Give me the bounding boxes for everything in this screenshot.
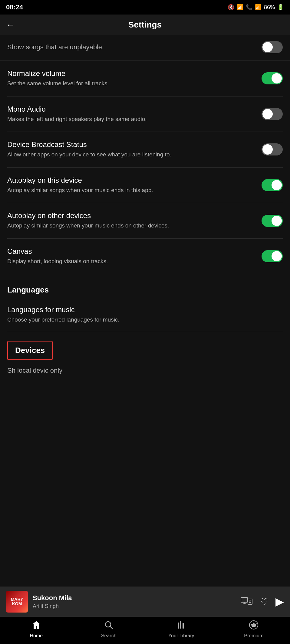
svg-rect-9 (183, 623, 184, 629)
device-broadcast-toggle[interactable] (262, 143, 283, 155)
signal-icon: 📶 (255, 4, 262, 11)
device-broadcast-title: Device Broadcast Status (7, 140, 254, 149)
nav-search-label: Search (101, 633, 117, 639)
nav-search[interactable]: Search (73, 620, 145, 639)
back-button[interactable]: ← (6, 20, 15, 30)
autoplay-other-text: Autoplay on other devices Autoplay simil… (7, 211, 262, 230)
normalize-volume-title: Normalize volume (7, 69, 254, 78)
bottom-nav: Home Search Your Library P (0, 617, 290, 644)
canvas-desc: Display short, looping visuals on tracks… (7, 257, 254, 266)
unplayable-row: Show songs that are unplayable. (0, 35, 290, 61)
nav-premium[interactable]: Premium (218, 620, 290, 639)
settings-list: Normalize volume Set the same volume lev… (0, 61, 290, 364)
device-select-icon[interactable] (241, 597, 253, 606)
settings-header: ← Settings (0, 15, 290, 35)
status-bar: 08:24 🔇 📶 📞 📶 86% 🔋 (0, 0, 290, 15)
battery-icon: 🔋 (277, 4, 284, 11)
library-icon (176, 620, 186, 632)
mono-audio-text: Mono Audio Makes the left and right spea… (7, 105, 262, 123)
svg-rect-0 (241, 597, 248, 602)
autoplay-other-title: Autoplay on other devices (7, 211, 254, 220)
autoplay-other-desc: Autoplay similar songs when your music e… (7, 222, 254, 230)
search-icon (104, 620, 114, 632)
canvas-toggle[interactable] (262, 250, 283, 262)
premium-icon (249, 620, 259, 632)
autoplay-this-toggle[interactable] (262, 179, 283, 191)
unplayable-text: Show songs that are unplayable. (7, 43, 104, 51)
svg-rect-8 (180, 621, 181, 629)
normalize-volume-desc: Set the same volume level for all tracks (7, 80, 254, 88)
track-artist: Arijit Singh (33, 603, 236, 610)
autoplay-other-toggle[interactable] (262, 215, 283, 227)
device-broadcast-row: Device Broadcast Status Allow other apps… (7, 132, 283, 168)
devices-title: Devices (15, 346, 45, 355)
device-broadcast-text: Device Broadcast Status Allow other apps… (7, 140, 262, 159)
autoplay-this-row: Autoplay on this device Autoplay similar… (7, 168, 283, 203)
album-art: MARY KOM (6, 591, 28, 613)
canvas-row: Canvas Display short, looping visuals on… (7, 239, 283, 274)
unplayable-toggle[interactable] (262, 41, 283, 53)
mono-audio-row: Mono Audio Makes the left and right spea… (7, 96, 283, 132)
track-info: Sukoon Mila Arijit Singh (33, 594, 236, 610)
canvas-title: Canvas (7, 247, 254, 256)
partial-local-devices-text: Sh local devic only (0, 364, 290, 374)
normalize-volume-row: Normalize volume Set the same volume lev… (7, 61, 283, 96)
now-playing-bar[interactable]: MARY KOM Sukoon Mila Arijit Singh ♡ ▶ (0, 587, 290, 617)
mono-audio-title: Mono Audio (7, 105, 254, 113)
call-icon: 📞 (246, 4, 252, 11)
canvas-text: Canvas Display short, looping visuals on… (7, 247, 262, 266)
track-name: Sukoon Mila (33, 594, 236, 602)
page-title: Settings (128, 20, 162, 30)
mono-audio-toggle[interactable] (262, 108, 283, 120)
languages-music-row[interactable]: Languages for music Choose your preferre… (7, 298, 283, 332)
mute-icon: 🔇 (228, 4, 234, 11)
status-icons: 🔇 📶 📞 📶 86% 🔋 (228, 4, 284, 11)
mono-audio-desc: Makes the left and right speakers play t… (7, 115, 254, 123)
heart-icon[interactable]: ♡ (260, 597, 268, 607)
now-playing-controls: ♡ ▶ (241, 595, 284, 608)
languages-music-desc: Choose your preferred languages for musi… (7, 316, 120, 324)
wifi-icon: 📶 (237, 4, 243, 11)
autoplay-other-row: Autoplay on other devices Autoplay simil… (7, 203, 283, 239)
svg-line-6 (110, 626, 112, 629)
battery-text: 86% (264, 4, 275, 11)
nav-home[interactable]: Home (0, 620, 73, 639)
nav-library[interactable]: Your Library (145, 620, 218, 639)
nav-library-label: Your Library (168, 633, 194, 639)
nav-home-label: Home (30, 633, 43, 639)
normalize-volume-text: Normalize volume Set the same volume lev… (7, 69, 262, 88)
svg-rect-3 (248, 599, 252, 604)
devices-title-box: Devices (7, 341, 53, 360)
languages-header-title: Languages (7, 285, 283, 295)
device-broadcast-desc: Allow other apps on your device to see w… (7, 151, 254, 159)
normalize-volume-toggle[interactable] (262, 72, 283, 84)
devices-section-header: Devices (7, 331, 283, 364)
status-time: 08:24 (6, 3, 23, 11)
languages-section-header: Languages (7, 274, 283, 298)
autoplay-this-desc: Autoplay similar songs when your music e… (7, 186, 254, 195)
languages-music-title: Languages for music (7, 306, 120, 314)
svg-point-4 (249, 601, 251, 603)
home-icon (31, 620, 41, 632)
nav-premium-label: Premium (244, 633, 263, 639)
play-button[interactable]: ▶ (275, 595, 284, 608)
svg-rect-7 (178, 623, 179, 629)
autoplay-this-text: Autoplay on this device Autoplay similar… (7, 176, 262, 195)
autoplay-this-title: Autoplay on this device (7, 176, 254, 185)
languages-music-text: Languages for music Choose your preferre… (7, 306, 120, 324)
